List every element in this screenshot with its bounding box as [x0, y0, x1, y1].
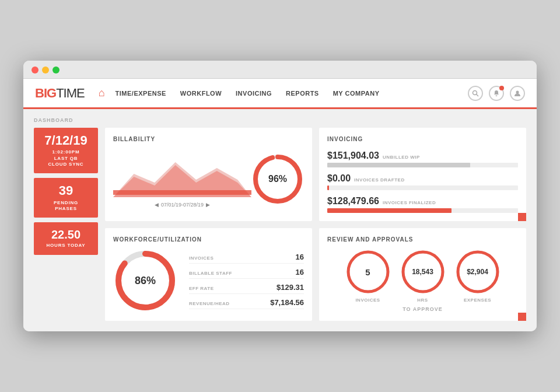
review-hrs-ring: 18,543: [400, 249, 446, 295]
workforce-stats: INVOICES 16 BILLABLE STAFF 16 EFF RATE $…: [189, 253, 304, 309]
review-invoices-ring: 5: [345, 249, 391, 295]
dashboard-grid: 7/12/19 1:02:00PMLAST QBCLOUD SYNC 39 PE…: [34, 128, 526, 321]
review-invoices-item: 5 INVOICES: [345, 249, 391, 303]
wf-revhead-value: $7,184.56: [270, 298, 304, 307]
workforce-donut: 86%: [113, 249, 177, 313]
logo-time: TIME: [56, 86, 85, 101]
workforce-panel: WORKFORCE/UTILIZATION 86% INVOICES: [105, 228, 312, 321]
nav-notifications-button[interactable]: [489, 86, 504, 101]
workforce-title: WORKFORCE/UTILIZATION: [113, 236, 304, 243]
to-approve-label: TO APPROVE: [402, 306, 443, 312]
phases-label: PENDINGPHASES: [38, 200, 93, 212]
nav-time-expense[interactable]: TIME/EXPENSE: [116, 88, 166, 99]
billability-content: ◀ 07/01/19-07/28/19 ▶ 96%: [113, 148, 304, 208]
workforce-percent: 86%: [135, 275, 156, 287]
main-content: DASHBOARD 7/12/19 1:02:00PMLAST QBCLOUD …: [23, 109, 537, 331]
billability-donut: 96%: [251, 153, 304, 205]
date-value: 7/12/19: [38, 134, 93, 148]
workforce-content: 86% INVOICES 16 BILLABLE STAFF 16: [113, 249, 304, 313]
logo: BIG TIME: [35, 86, 85, 101]
maximize-dot[interactable]: [52, 66, 60, 74]
invoices-drafted-amount: $0.00: [327, 173, 351, 184]
invoices-finalized-row: $128,479.66 INVOICES FINALIZED: [327, 196, 518, 213]
invoices-finalized-amount: $128,479.66: [327, 196, 379, 206]
invoicing-rows: $151,904.03 UNBILLED WIP $0.00 INVOI: [327, 148, 518, 213]
svg-line-1: [477, 94, 479, 96]
close-dot[interactable]: [32, 66, 38, 74]
invoices-finalized-bar: [327, 208, 452, 213]
wf-invoices-value: 16: [296, 253, 304, 261]
review-hrs-item: 18,543 HRS: [400, 249, 446, 303]
logo-big: BIG: [35, 86, 56, 101]
dashboard-label: DASHBOARD: [34, 117, 526, 123]
date-stat-card: 7/12/19 1:02:00PMLAST QBCLOUD SYNC: [34, 128, 98, 173]
review-title: REVIEW AND APPROVALS: [327, 236, 518, 243]
nav-profile-button[interactable]: [510, 86, 525, 101]
invoices-drafted-bar-track: [327, 186, 518, 190]
wf-revhead-row: REVENUE/HEAD $7,184.56: [189, 298, 304, 309]
left-stats: 7/12/19 1:02:00PMLAST QBCLOUD SYNC 39 PE…: [34, 128, 98, 321]
hours-stat-card: 22.50 HOURS TODAY: [34, 222, 98, 254]
chart-next-icon[interactable]: ▶: [206, 202, 210, 208]
wf-revhead-label: REVENUE/HEAD: [189, 301, 230, 306]
billability-title: BILLABILITY: [113, 136, 304, 142]
wf-invoices-label: INVOICES: [189, 256, 214, 261]
billability-percent: 96%: [268, 174, 287, 184]
review-content: 5 INVOICES: [327, 249, 518, 312]
review-expenses-ring: $2,904: [454, 249, 501, 295]
nav-search-button[interactable]: [468, 86, 483, 101]
unbilled-wip-row: $151,904.03 UNBILLED WIP: [327, 150, 518, 167]
nav-my-company[interactable]: MY COMPANY: [333, 88, 380, 99]
nav-invoicing[interactable]: INVOICING: [236, 88, 272, 99]
nav-links: TIME/EXPENSE WORKFLOW INVOICING REPORTS …: [116, 88, 468, 99]
svg-point-2: [516, 90, 519, 93]
invoicing-title: INVOICING: [327, 136, 518, 142]
review-invoices-value: 5: [365, 267, 370, 277]
nav-reports[interactable]: REPORTS: [286, 88, 319, 99]
chart-date: ◀ 07/01/19-07/28/19 ▶: [113, 202, 251, 208]
panels-grid: BILLABILITY ◀: [105, 128, 526, 321]
invoices-drafted-label: INVOICES DRAFTED: [354, 177, 405, 183]
review-hrs-label: HRS: [417, 298, 428, 303]
wf-effrate-value: $129.31: [276, 283, 304, 292]
wf-billable-row: BILLABLE STAFF 16: [189, 268, 304, 279]
unbilled-wip-bar: [327, 163, 470, 167]
browser-window: BIG TIME ⌂ TIME/EXPENSE WORKFLOW INVOICI…: [23, 61, 537, 331]
nav-workflow[interactable]: WORKFLOW: [180, 88, 222, 99]
invoices-drafted-row: $0.00 INVOICES DRAFTED: [327, 173, 518, 190]
wf-effrate-label: EFF RATE: [189, 286, 214, 291]
wf-invoices-row: INVOICES 16: [189, 253, 304, 264]
unbilled-wip-amount: $151,904.03: [327, 150, 379, 161]
phases-stat-card: 39 PENDINGPHASES: [34, 178, 98, 218]
unbilled-wip-label: UNBILLED WIP: [383, 155, 420, 160]
svg-point-0: [473, 90, 477, 94]
review-invoices-label: INVOICES: [355, 298, 380, 303]
svg-rect-5: [113, 190, 251, 195]
invoicing-panel: INVOICING $151,904.03 UNBILLED WIP: [319, 128, 526, 221]
chart-prev-icon[interactable]: ◀: [155, 202, 159, 208]
invoices-drafted-bar: [327, 186, 329, 190]
review-panel: REVIEW AND APPROVALS 5: [319, 228, 526, 321]
red-corner-invoicing: [518, 213, 526, 221]
phases-value: 39: [38, 184, 93, 198]
wf-billable-value: 16: [296, 268, 304, 276]
billability-panel: BILLABILITY ◀: [105, 128, 312, 221]
review-hrs-value: 18,543: [412, 268, 433, 276]
wf-effrate-row: EFF RATE $129.31: [189, 283, 304, 294]
review-circles: 5 INVOICES: [345, 249, 501, 303]
review-expenses-value: $2,904: [467, 268, 488, 276]
minimize-dot[interactable]: [42, 66, 49, 74]
red-corner-review: [518, 313, 526, 321]
hours-label: HOURS TODAY: [38, 243, 93, 249]
top-nav: BIG TIME ⌂ TIME/EXPENSE WORKFLOW INVOICI…: [23, 79, 537, 109]
mountain-chart: ◀ 07/01/19-07/28/19 ▶: [113, 150, 251, 208]
invoices-finalized-bar-track: [327, 208, 518, 213]
hours-value: 22.50: [38, 228, 93, 241]
review-expenses-item: $2,904 EXPENSES: [454, 249, 501, 303]
browser-chrome: [23, 61, 537, 79]
unbilled-wip-bar-track: [327, 163, 518, 167]
chart-date-range: 07/01/19-07/28/19: [161, 202, 204, 208]
wf-billable-label: BILLABLE STAFF: [189, 271, 232, 276]
home-icon[interactable]: ⌂: [99, 87, 105, 99]
invoices-finalized-label: INVOICES FINALIZED: [383, 200, 436, 205]
